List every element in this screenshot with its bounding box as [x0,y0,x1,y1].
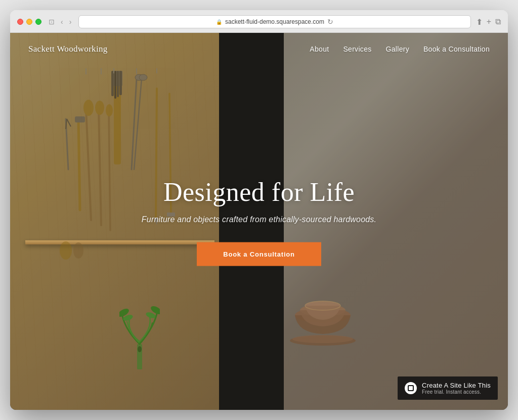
badge-subtitle: Free trial. Instant access. [422,389,491,395]
svg-line-18 [67,119,71,127]
badge-title: Create A Site Like This [422,382,491,389]
hero-content: Designed for Life Furniture and objects … [107,177,411,266]
squarespace-badge-text: Create A Site Like This Free trial. Inst… [422,382,491,395]
url-text: sackett-fluid-demo.squarespace.com [225,18,324,25]
hero-title: Designed for Life [107,177,411,207]
svg-rect-6 [111,71,114,96]
svg-rect-20 [75,116,85,122]
nav-links: About Services Gallery Book a Consultati… [310,45,490,53]
wooden-bowls [277,292,368,353]
svg-point-15 [106,104,113,116]
svg-rect-9 [119,71,122,95]
svg-point-11 [83,100,94,116]
browser-actions: ⬆ + ⧉ [476,17,501,27]
browser-window: ⊡ ‹ › 🔒 sackett-fluid-demo.squarespace.c… [10,10,508,410]
traffic-lights [17,19,41,25]
svg-rect-45 [409,386,413,390]
book-consultation-button[interactable]: Book a Consultation [197,242,321,266]
nav-forward-button[interactable]: › [67,17,74,27]
svg-point-30 [60,241,72,260]
browser-controls: ⊡ ‹ › [47,17,73,27]
close-button[interactable] [17,19,23,25]
share-icon[interactable]: ⬆ [476,17,483,27]
nav-back-button[interactable]: ‹ [59,17,65,27]
minimize-button[interactable] [26,19,32,25]
tab-overview-icon[interactable]: ⧉ [495,17,501,27]
plant-decoration [119,293,160,369]
svg-line-12 [99,109,101,225]
website-content: Sackett Woodworking About Services Galle… [10,33,508,410]
site-logo[interactable]: Sackett Woodworking [28,44,108,54]
nav-book-consultation[interactable]: Book a Consultation [423,45,490,53]
nav-about[interactable]: About [310,45,329,53]
nav-services[interactable]: Services [343,45,371,53]
squarespace-badge[interactable]: Create A Site Like This Free trial. Inst… [398,376,498,400]
maximize-button[interactable] [35,19,41,25]
sidebar-toggle-icon[interactable]: ⊡ [47,17,57,27]
browser-chrome: ⊡ ‹ › 🔒 sackett-fluid-demo.squarespace.c… [10,10,508,33]
address-bar[interactable]: 🔒 sackett-fluid-demo.squarespace.com ↻ [78,15,470,28]
squarespace-logo-icon [405,382,417,394]
navigation: Sackett Woodworking About Services Galle… [10,33,508,65]
svg-point-43 [292,335,353,343]
hero-subtitle: Furniture and objects crafted from ethic… [107,215,411,224]
svg-line-10 [86,109,91,220]
add-tab-icon[interactable]: + [487,17,491,27]
svg-point-33 [138,346,142,352]
svg-rect-8 [117,71,119,97]
reload-button[interactable]: ↻ [327,18,333,26]
nav-gallery[interactable]: Gallery [386,45,409,53]
svg-line-19 [78,119,80,210]
svg-rect-7 [114,71,116,99]
lock-icon: 🔒 [216,19,222,25]
svg-point-13 [95,101,104,115]
svg-point-3 [139,74,147,80]
svg-point-31 [73,242,83,259]
